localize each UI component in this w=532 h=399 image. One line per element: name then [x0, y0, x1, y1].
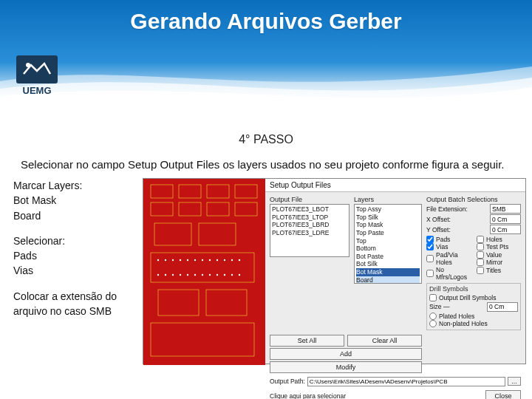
svg-point-38 [231, 274, 233, 276]
batch-label: Output Batch Selections [426, 196, 521, 203]
plated-radio[interactable] [429, 313, 437, 320]
output-files-listbox[interactable]: PLOT67IEE3_LBOT PLOT67IEE3_LTOP PLOT67IE… [270, 204, 349, 257]
slide-title: Gerando Arquivos Gerber [0, 0, 532, 34]
holes-checkbox[interactable] [477, 236, 484, 243]
setup-output-dialog: Setup Output Files Output File PLOT67IEE… [265, 179, 525, 364]
svg-point-16 [157, 259, 159, 261]
svg-point-0 [26, 63, 30, 67]
padviaholes-checkbox[interactable] [426, 255, 434, 262]
waves-decoration [0, 52, 532, 103]
titles-checkbox[interactable] [477, 267, 484, 274]
nonplated-radio[interactable] [429, 320, 437, 327]
svg-point-22 [202, 259, 203, 261]
list-item[interactable]: PLOT67IEE3_LBRD [272, 221, 347, 229]
logo-text: UEMG [16, 85, 58, 96]
pcb-canvas[interactable] [143, 179, 265, 364]
list-item[interactable]: Top Paste [356, 229, 420, 237]
svg-point-28 [157, 274, 159, 276]
svg-point-23 [209, 259, 211, 261]
value-checkbox[interactable] [477, 251, 484, 259]
value-label: Value [486, 251, 502, 259]
svg-point-36 [216, 274, 218, 276]
list-item[interactable]: PLOT67IEE3_LDRE [272, 229, 347, 237]
modify-button[interactable]: Modify [270, 361, 422, 373]
holes-label: Holes [486, 236, 502, 243]
vias-checkbox[interactable] [426, 243, 434, 250]
plated-label: Plated Holes [439, 313, 474, 320]
svg-point-39 [239, 274, 240, 276]
list-item-selected[interactable]: Board [356, 276, 420, 284]
list-item[interactable]: Top Mask [356, 221, 420, 229]
uemg-logo: UEMG [16, 55, 58, 96]
list-item[interactable]: PLOT67IEE3_LBOT [272, 205, 347, 214]
layers-label: Layers [354, 196, 422, 203]
mirror-checkbox[interactable] [477, 259, 484, 266]
browse-button[interactable]: ... [508, 377, 521, 386]
note-marcar-2: Board [13, 210, 41, 222]
svg-point-26 [231, 259, 233, 261]
nomfrs-label: No Mfrs/Logos [436, 266, 471, 281]
testpts-checkbox[interactable] [477, 243, 484, 250]
svg-point-34 [202, 274, 203, 276]
xoff-label: X Offset: [426, 216, 488, 223]
list-item[interactable]: Top Assy [356, 205, 420, 214]
dialog-title: Setup Output Files [265, 179, 525, 192]
note-marcar-heading: Marcar Layers: [13, 180, 82, 191]
svg-point-35 [209, 274, 211, 276]
ext-input[interactable] [490, 204, 521, 214]
clear-all-button[interactable]: Clear All [347, 335, 422, 347]
list-item[interactable]: Bottom [356, 245, 420, 253]
output-drill-checkbox[interactable] [429, 294, 437, 301]
pads-checkbox[interactable] [426, 236, 434, 243]
svg-point-30 [172, 274, 174, 276]
svg-point-19 [180, 259, 181, 261]
list-item[interactable]: Top Silk [356, 214, 420, 222]
note-extension: Colocar a extensão do arquivo no caso SM… [13, 289, 143, 319]
nonplated-label: Non-plated Holes [439, 320, 488, 327]
list-item[interactable]: Top [356, 237, 420, 245]
output-path-input[interactable] [307, 377, 505, 386]
padviaholes-label: Pad/Via Holes [436, 251, 471, 266]
svg-point-32 [187, 274, 188, 276]
drill-symbols-group: Drill Symbols Output Drill Symbols Size … [426, 283, 521, 330]
note-selecionar-heading: Selecionar: [13, 235, 65, 247]
nomfrs-checkbox[interactable] [426, 270, 434, 277]
size-label: Size — [429, 303, 485, 310]
svg-point-17 [165, 259, 166, 261]
close-button[interactable]: Close [485, 390, 521, 400]
set-all-button[interactable]: Set All [270, 335, 344, 347]
list-item[interactable]: Bot Silk [356, 260, 420, 268]
step-heading: 4° PASSO [0, 133, 532, 146]
note-selecionar-1: Pads [13, 250, 37, 262]
vias-label: Vias [436, 243, 448, 250]
slide-banner: Gerando Arquivos Gerber UEMG [0, 0, 532, 103]
list-item-selected[interactable]: Bot Mask [356, 268, 420, 276]
yoff-input[interactable] [490, 225, 521, 234]
svg-point-37 [224, 274, 225, 276]
note-marcar-1: Bot Mask [13, 194, 56, 206]
note-selecionar-2: Vias [13, 265, 33, 276]
xoff-input[interactable] [490, 214, 521, 224]
pads-label: Pads [436, 236, 450, 243]
mirror-label: Mirror [486, 259, 502, 266]
layers-listbox[interactable]: Top Assy Top Silk Top Mask Top Paste Top… [354, 204, 422, 284]
instruction-notes: Marcar Layers: Bot Mask Board Selecionar… [13, 178, 143, 364]
footer-note: Clique aqui para selecionar [270, 392, 346, 400]
svg-point-21 [194, 259, 196, 261]
output-drill-label: Output Drill Symbols [439, 294, 496, 301]
ext-label: File Extension: [426, 205, 488, 213]
size-input[interactable] [487, 302, 518, 312]
svg-rect-1 [143, 179, 265, 365]
add-button[interactable]: Add [270, 348, 422, 360]
svg-point-33 [194, 274, 196, 276]
svg-point-25 [224, 259, 225, 261]
svg-point-29 [165, 274, 166, 276]
yoff-label: Y Offset: [426, 226, 488, 233]
list-item[interactable]: Bot Paste [356, 253, 420, 261]
list-item[interactable]: PLOT67IEE3_LTOP [272, 214, 347, 222]
svg-point-24 [216, 259, 218, 261]
step-description: Selecionar no campo Setup Output Files o… [21, 158, 511, 171]
svg-point-31 [180, 274, 181, 276]
svg-point-27 [239, 259, 240, 261]
svg-point-18 [172, 259, 174, 261]
